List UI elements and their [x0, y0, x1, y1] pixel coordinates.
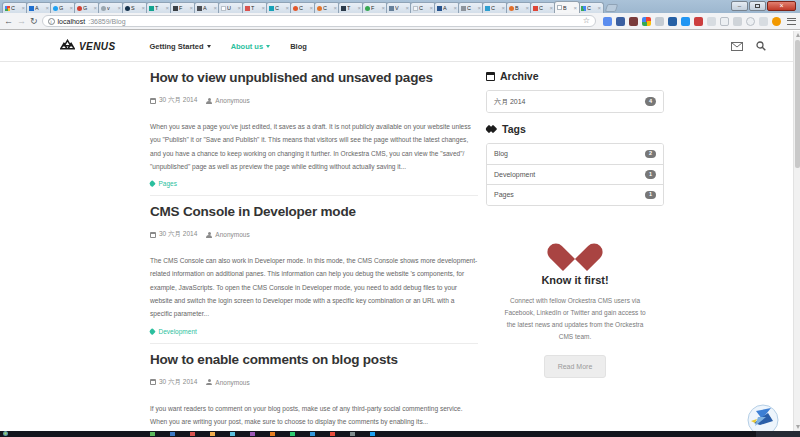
scroll-up-icon[interactable]	[796, 33, 800, 37]
nav-item-blog[interactable]: Blog	[280, 42, 317, 51]
tab-close-icon[interactable]: ×	[165, 5, 169, 11]
taskbar-app-icon[interactable]	[230, 432, 235, 436]
refresh-icon[interactable]: ↻	[30, 17, 38, 26]
read-more-button[interactable]: Read More	[544, 355, 607, 378]
browser-tab[interactable]: C×	[314, 2, 340, 13]
scroll-down-icon[interactable]	[796, 425, 800, 429]
tab-close-icon[interactable]: ×	[117, 5, 121, 11]
tab-close-icon[interactable]: ×	[477, 5, 481, 11]
system-tray[interactable]	[756, 431, 800, 437]
post-title-link[interactable]: How to view unpublished and unsaved page…	[150, 70, 478, 85]
extension-icon[interactable]	[707, 17, 716, 26]
taskbar-app-icon[interactable]	[350, 432, 355, 436]
browser-tab[interactable]: C×	[530, 2, 556, 13]
tab-close-icon[interactable]: ×	[429, 5, 433, 11]
browser-tab[interactable]: C×	[410, 2, 436, 13]
browser-tab[interactable]: T×	[146, 2, 172, 13]
browser-tab-active[interactable]: B×	[554, 1, 580, 13]
nav-item-getting-started[interactable]: Getting Started	[139, 42, 220, 51]
browser-menu-icon[interactable]	[787, 18, 796, 25]
taskbar-app-icon[interactable]	[290, 432, 295, 436]
extension-icon[interactable]	[642, 17, 651, 26]
start-button[interactable]	[3, 431, 8, 436]
archive-item[interactable]: 六月 20144	[487, 91, 663, 112]
page-scrollbar[interactable]	[793, 31, 800, 431]
minimize-button[interactable]: –	[731, 1, 748, 11]
tab-close-icon[interactable]: ×	[141, 5, 145, 11]
taskbar-app-icon[interactable]	[250, 432, 255, 436]
tab-close-icon[interactable]: ×	[237, 5, 241, 11]
post-title-link[interactable]: CMS Console in Developer mode	[150, 204, 478, 219]
extension-icon[interactable]	[746, 17, 755, 26]
browser-tab[interactable]: F×	[170, 2, 196, 13]
tab-close-icon[interactable]: ×	[261, 5, 265, 11]
taskbar-app-icon[interactable]	[330, 432, 335, 436]
browser-tab[interactable]: T×	[242, 2, 268, 13]
brand-logo-link[interactable]: VENUS	[60, 39, 115, 53]
browser-tab[interactable]: C×	[2, 2, 28, 13]
page-info-icon[interactable]: i	[48, 18, 55, 25]
browser-tab[interactable]: T×	[338, 2, 364, 13]
tag-item[interactable]: Blog2	[487, 144, 663, 164]
tab-close-icon[interactable]: ×	[285, 5, 289, 11]
browser-tab[interactable]: G×	[50, 2, 76, 13]
tag-link[interactable]: Pages	[159, 180, 177, 187]
tab-close-icon[interactable]: ×	[45, 5, 49, 11]
taskbar-app-icon[interactable]	[150, 432, 155, 436]
extension-icon[interactable]	[629, 17, 638, 26]
browser-tab[interactable]: A×	[194, 2, 220, 13]
browser-tab[interactable]: C×	[266, 2, 292, 13]
extension-icon[interactable]	[668, 17, 677, 26]
taskbar-app-icon[interactable]	[270, 432, 275, 436]
taskbar-app-icon[interactable]	[170, 432, 175, 436]
tab-close-icon[interactable]: ×	[405, 5, 409, 11]
taskbar-app-icon[interactable]	[190, 432, 195, 436]
maximize-button[interactable]	[749, 1, 766, 11]
browser-tab[interactable]: A×	[434, 2, 460, 13]
tab-close-icon[interactable]: ×	[501, 5, 505, 11]
bookmark-star-icon[interactable]: ☆	[583, 17, 590, 25]
forward-icon[interactable]: →	[17, 17, 26, 26]
browser-tab[interactable]: G×	[74, 2, 100, 13]
extension-icon[interactable]	[772, 17, 781, 26]
post-title-link[interactable]: How to enable comments on blog posts	[150, 352, 478, 367]
envelope-icon[interactable]	[731, 42, 743, 51]
browser-tab[interactable]: v×	[98, 2, 124, 13]
back-icon[interactable]: ←	[4, 17, 13, 26]
tab-close-icon[interactable]: ×	[213, 5, 217, 11]
taskbar-app-icon[interactable]	[210, 432, 215, 436]
browser-tab[interactable]: C×	[578, 2, 604, 13]
browser-tab[interactable]: C×	[290, 2, 316, 13]
browser-tab[interactable]: B×	[506, 2, 532, 13]
tab-close-icon[interactable]: ×	[573, 5, 577, 11]
tab-close-icon[interactable]: ×	[525, 5, 529, 11]
tab-close-icon[interactable]: ×	[549, 5, 553, 11]
tab-close-icon[interactable]: ×	[21, 5, 25, 11]
extension-icon[interactable]	[733, 17, 742, 26]
extension-icon[interactable]	[694, 17, 703, 26]
extension-icon[interactable]	[720, 17, 729, 26]
tag-link[interactable]: Development	[159, 328, 197, 335]
taskbar-app-icon[interactable]	[310, 432, 315, 436]
extension-icon[interactable]	[759, 17, 768, 26]
tab-close-icon[interactable]: ×	[189, 5, 193, 11]
extension-icon[interactable]	[655, 17, 664, 26]
search-icon[interactable]	[756, 41, 766, 51]
browser-tab[interactable]: A×	[26, 2, 52, 13]
new-tab-button[interactable]	[605, 4, 619, 12]
tab-close-icon[interactable]: ×	[357, 5, 361, 11]
tab-close-icon[interactable]: ×	[453, 5, 457, 11]
address-bar[interactable]: i localhost :36859/Blog ☆	[42, 15, 596, 27]
tab-close-icon[interactable]: ×	[309, 5, 313, 11]
browser-tab[interactable]: C×	[482, 2, 508, 13]
taskbar-app-icon[interactable]	[370, 432, 375, 436]
extension-icon[interactable]	[681, 17, 690, 26]
extension-icon[interactable]	[603, 17, 612, 26]
tab-close-icon[interactable]: ×	[93, 5, 97, 11]
nav-item-about-us[interactable]: About us	[221, 42, 281, 51]
tab-close-icon[interactable]: ×	[333, 5, 337, 11]
tab-close-icon[interactable]: ×	[381, 5, 385, 11]
browser-tab[interactable]: C×	[458, 2, 484, 13]
browser-tab[interactable]: V×	[386, 2, 412, 13]
tab-close-icon[interactable]: ×	[69, 5, 73, 11]
